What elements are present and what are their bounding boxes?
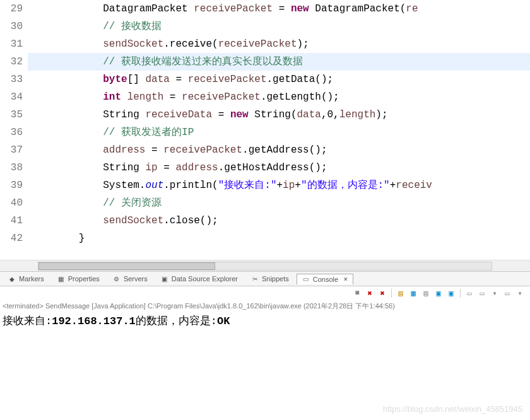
line-number: 31 (0, 35, 23, 53)
toolbar-button-2[interactable]: ✖ (377, 288, 387, 298)
tab-label: Properties (68, 275, 100, 283)
code-content[interactable]: DatagramPacket receivePacket = new Datag… (28, 0, 530, 260)
horizontal-scrollbar[interactable] (0, 260, 530, 271)
code-line[interactable]: address = receivePacket.getAddress(); (28, 141, 530, 159)
line-number: 39 (0, 177, 23, 194)
line-number: 36 (0, 124, 23, 141)
line-number: 34 (0, 88, 23, 106)
tab-servers[interactable]: ⚙Servers (107, 273, 153, 284)
properties-icon: ▦ (57, 274, 66, 283)
tab-label: Console (313, 276, 338, 283)
code-line[interactable]: // 关闭资源 (28, 194, 530, 212)
line-number: 40 (0, 194, 23, 212)
data-source-explorer-icon: ▣ (160, 274, 169, 283)
scrollbar-track[interactable] (38, 262, 492, 271)
toolbar-button-0[interactable]: ■ (352, 288, 362, 298)
watermark-text: https://blog.csdn.net/weixin_45851945 (383, 404, 522, 414)
tab-label: Servers (124, 275, 148, 283)
scrollbar-thumb[interactable] (38, 262, 215, 270)
tab-markers[interactable]: ◆Markers (3, 273, 49, 284)
console-toolbar: ■✖✖▤▦▤▣▣▭▭▾▭▾ (0, 286, 530, 300)
console-icon: ▭ (302, 275, 310, 284)
line-number: 29 (0, 0, 23, 18)
line-number-gutter: 2930313233343536373839404142 (0, 0, 28, 260)
console-output[interactable]: 接收来自:192.168.137.1的数据，内容是:OK (0, 312, 530, 329)
line-number: 35 (0, 106, 23, 124)
code-line[interactable]: byte[] data = receivePacket.getData(); (28, 71, 530, 88)
toolbar-separator (460, 289, 461, 298)
code-line[interactable]: sendSocket.close(); (28, 212, 530, 230)
code-editor[interactable]: 2930313233343536373839404142 DatagramPac… (0, 0, 530, 260)
line-number: 41 (0, 212, 23, 230)
servers-icon: ⚙ (112, 274, 121, 283)
toolbar-button-7[interactable]: ▣ (433, 288, 444, 298)
markers-icon: ◆ (8, 274, 16, 283)
code-line[interactable]: String receiveData = new String(data,0,l… (28, 106, 530, 124)
terminated-label: <terminated> (3, 302, 44, 310)
toolbar-separator (391, 289, 392, 298)
line-number: 37 (0, 141, 23, 159)
toolbar-button-5[interactable]: ▦ (408, 288, 418, 298)
close-icon[interactable]: ✕ (343, 276, 348, 283)
view-tabs-bar: ◆Markers▦Properties⚙Servers▣Data Source … (0, 271, 530, 286)
toolbar-button-14[interactable]: ▾ (515, 288, 525, 298)
toolbar-button-12[interactable]: ▾ (490, 288, 500, 298)
tab-data-source-explorer[interactable]: ▣Data Source Explorer (155, 273, 243, 284)
code-line[interactable]: // 获取发送者的IP (28, 124, 530, 141)
code-line[interactable]: // 接收数据 (28, 18, 530, 35)
toolbar-button-1[interactable]: ✖ (365, 288, 375, 298)
toolbar-button-10[interactable]: ▭ (464, 288, 474, 298)
tab-label: Snippets (262, 275, 289, 283)
toolbar-button-6[interactable]: ▤ (421, 288, 431, 298)
tab-console[interactable]: ▭Console✕ (297, 274, 353, 284)
snippets-icon: ✂ (250, 274, 259, 283)
line-number: 42 (0, 230, 23, 247)
tab-snippets[interactable]: ✂Snippets (245, 273, 294, 284)
line-number: 32 (0, 53, 23, 71)
tab-properties[interactable]: ▦Properties (52, 273, 105, 284)
code-line[interactable]: } (28, 230, 530, 247)
code-line[interactable]: DatagramPacket receivePacket = new Datag… (28, 0, 530, 18)
line-number: 33 (0, 71, 23, 88)
code-line[interactable]: int length = receivePacket.getLength(); (28, 88, 530, 106)
code-line[interactable]: System.out.println("接收来自:"+ip+"的数据，内容是:"… (28, 177, 530, 194)
launch-config-text: SendMessage [Java Application] C:\Progra… (44, 302, 395, 310)
output-payload: OK (217, 315, 230, 327)
toolbar-button-4[interactable]: ▤ (396, 288, 406, 298)
output-text-mid: 的数据，内容是: (136, 315, 217, 327)
toolbar-button-8[interactable]: ▣ (446, 288, 456, 298)
code-line[interactable]: // 获取接收端发送过来的真实长度以及数据 (28, 53, 530, 71)
line-number: 38 (0, 159, 23, 177)
toolbar-button-11[interactable]: ▭ (477, 288, 487, 298)
output-text-prefix: 接收来自: (3, 315, 52, 327)
toolbar-button-13[interactable]: ▭ (502, 288, 512, 298)
console-status-line: <terminated> SendMessage [Java Applicati… (0, 300, 530, 312)
tab-label: Data Source Explorer (172, 275, 238, 283)
code-line[interactable]: sendSocket.receive(receivePacket); (28, 35, 530, 53)
output-ip: 192.168.137.1 (52, 315, 136, 327)
code-line[interactable]: String ip = address.getHostAddress(); (28, 159, 530, 177)
tab-label: Markers (19, 275, 44, 283)
line-number: 30 (0, 18, 23, 35)
